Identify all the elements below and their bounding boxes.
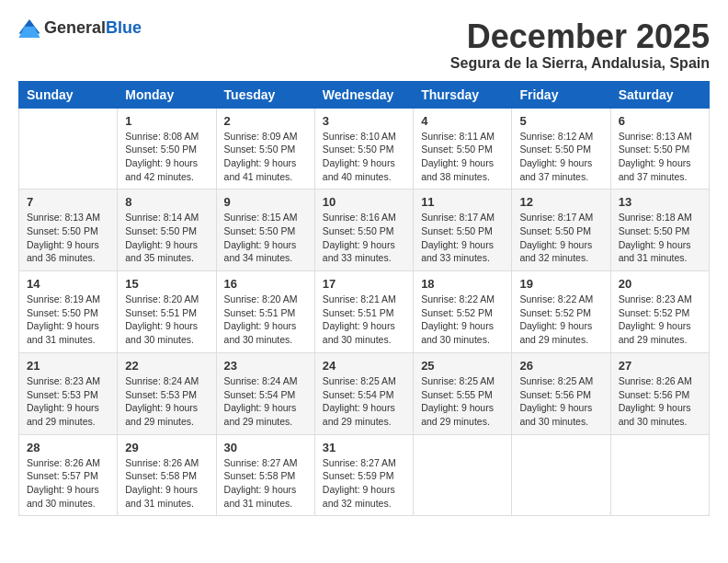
day-info: Sunrise: 8:23 AM Sunset: 5:52 PM Dayligh… — [619, 293, 701, 347]
calendar-cell: 20Sunrise: 8:23 AM Sunset: 5:52 PM Dayli… — [610, 271, 709, 353]
calendar-cell: 9Sunrise: 8:15 AM Sunset: 5:50 PM Daylig… — [216, 190, 314, 271]
day-info: Sunrise: 8:26 AM Sunset: 5:57 PM Dayligh… — [27, 456, 109, 511]
day-info: Sunrise: 8:17 AM Sunset: 5:50 PM Dayligh… — [421, 211, 504, 265]
calendar-cell: 22Sunrise: 8:24 AM Sunset: 5:53 PM Dayli… — [118, 352, 216, 434]
day-info: Sunrise: 8:08 AM Sunset: 5:50 PM Dayligh… — [125, 130, 208, 184]
day-number: 20 — [619, 277, 701, 291]
day-number: 17 — [323, 277, 405, 291]
day-number: 31 — [323, 441, 405, 454]
calendar-cell: 28Sunrise: 8:26 AM Sunset: 5:57 PM Dayli… — [19, 434, 118, 516]
day-number: 27 — [619, 359, 701, 373]
column-header-sunday: Sunday — [19, 81, 118, 108]
calendar-cell: 14Sunrise: 8:19 AM Sunset: 5:50 PM Dayli… — [19, 271, 118, 353]
day-number: 14 — [27, 277, 109, 291]
location-title: Segura de la Sierra, Andalusia, Spain — [450, 55, 710, 72]
day-info: Sunrise: 8:17 AM Sunset: 5:50 PM Dayligh… — [519, 211, 602, 265]
day-info: Sunrise: 8:21 AM Sunset: 5:51 PM Dayligh… — [323, 293, 405, 347]
day-info: Sunrise: 8:14 AM Sunset: 5:50 PM Dayligh… — [125, 211, 208, 265]
svg-marker-1 — [18, 26, 40, 37]
calendar-cell: 3Sunrise: 8:10 AM Sunset: 5:50 PM Daylig… — [314, 108, 413, 190]
day-number: 9 — [224, 195, 307, 209]
day-info: Sunrise: 8:16 AM Sunset: 5:50 PM Dayligh… — [323, 211, 405, 265]
calendar-cell: 10Sunrise: 8:16 AM Sunset: 5:50 PM Dayli… — [314, 190, 413, 271]
column-header-thursday: Thursday — [414, 81, 512, 108]
day-info: Sunrise: 8:26 AM Sunset: 5:56 PM Dayligh… — [619, 374, 701, 429]
calendar-cell: 12Sunrise: 8:17 AM Sunset: 5:50 PM Dayli… — [512, 190, 610, 271]
calendar-cell: 31Sunrise: 8:27 AM Sunset: 5:59 PM Dayli… — [314, 434, 413, 516]
month-title: December 2025 — [450, 18, 710, 55]
day-number: 15 — [125, 277, 208, 291]
calendar-cell: 16Sunrise: 8:20 AM Sunset: 5:51 PM Dayli… — [216, 271, 314, 353]
calendar-header-row: SundayMondayTuesdayWednesdayThursdayFrid… — [19, 81, 710, 108]
day-number: 26 — [519, 359, 602, 373]
column-header-wednesday: Wednesday — [314, 81, 413, 108]
day-info: Sunrise: 8:27 AM Sunset: 5:59 PM Dayligh… — [323, 456, 405, 511]
calendar-cell: 17Sunrise: 8:21 AM Sunset: 5:51 PM Dayli… — [314, 271, 413, 353]
calendar-cell: 26Sunrise: 8:25 AM Sunset: 5:56 PM Dayli… — [512, 352, 610, 434]
title-area: December 2025 Segura de la Sierra, Andal… — [450, 18, 710, 72]
day-number: 5 — [519, 114, 602, 128]
calendar-cell — [19, 108, 118, 190]
day-number: 10 — [323, 195, 405, 209]
day-info: Sunrise: 8:25 AM Sunset: 5:55 PM Dayligh… — [421, 374, 504, 429]
day-info: Sunrise: 8:24 AM Sunset: 5:54 PM Dayligh… — [224, 374, 307, 429]
day-number: 4 — [421, 114, 504, 128]
day-number: 28 — [27, 441, 109, 454]
day-number: 13 — [619, 195, 701, 209]
calendar-cell: 1Sunrise: 8:08 AM Sunset: 5:50 PM Daylig… — [118, 108, 216, 190]
day-info: Sunrise: 8:13 AM Sunset: 5:50 PM Dayligh… — [619, 130, 701, 184]
day-number: 8 — [125, 195, 208, 209]
calendar-cell: 4Sunrise: 8:11 AM Sunset: 5:50 PM Daylig… — [414, 108, 512, 190]
day-number: 6 — [619, 114, 701, 128]
calendar-cell: 15Sunrise: 8:20 AM Sunset: 5:51 PM Dayli… — [118, 271, 216, 353]
calendar-cell — [512, 434, 610, 516]
day-number: 21 — [27, 359, 109, 373]
calendar-cell: 7Sunrise: 8:13 AM Sunset: 5:50 PM Daylig… — [19, 190, 118, 271]
day-info: Sunrise: 8:25 AM Sunset: 5:56 PM Dayligh… — [519, 374, 602, 429]
day-info: Sunrise: 8:20 AM Sunset: 5:51 PM Dayligh… — [125, 293, 208, 347]
day-number: 23 — [224, 359, 307, 373]
calendar-cell: 24Sunrise: 8:25 AM Sunset: 5:54 PM Dayli… — [314, 352, 413, 434]
day-number: 29 — [125, 441, 208, 454]
day-info: Sunrise: 8:22 AM Sunset: 5:52 PM Dayligh… — [519, 293, 602, 347]
day-number: 7 — [27, 195, 109, 209]
calendar-cell: 5Sunrise: 8:12 AM Sunset: 5:50 PM Daylig… — [512, 108, 610, 190]
day-number: 18 — [421, 277, 504, 291]
day-number: 16 — [224, 277, 307, 291]
calendar-cell: 11Sunrise: 8:17 AM Sunset: 5:50 PM Dayli… — [414, 190, 512, 271]
day-info: Sunrise: 8:15 AM Sunset: 5:50 PM Dayligh… — [224, 211, 307, 265]
day-number: 25 — [421, 359, 504, 373]
calendar-cell: 21Sunrise: 8:23 AM Sunset: 5:53 PM Dayli… — [19, 352, 118, 434]
day-info: Sunrise: 8:27 AM Sunset: 5:58 PM Dayligh… — [224, 456, 307, 511]
calendar-week-row: 28Sunrise: 8:26 AM Sunset: 5:57 PM Dayli… — [19, 434, 710, 516]
day-number: 30 — [224, 441, 307, 454]
column-header-saturday: Saturday — [610, 81, 709, 108]
day-number: 19 — [519, 277, 602, 291]
day-info: Sunrise: 8:19 AM Sunset: 5:50 PM Dayligh… — [27, 293, 109, 347]
day-info: Sunrise: 8:22 AM Sunset: 5:52 PM Dayligh… — [421, 293, 504, 347]
calendar-cell: 19Sunrise: 8:22 AM Sunset: 5:52 PM Dayli… — [512, 271, 610, 353]
logo-icon — [18, 19, 40, 38]
day-number: 24 — [323, 359, 405, 373]
calendar-cell: 13Sunrise: 8:18 AM Sunset: 5:50 PM Dayli… — [610, 190, 709, 271]
day-info: Sunrise: 8:13 AM Sunset: 5:50 PM Dayligh… — [27, 211, 109, 265]
day-info: Sunrise: 8:23 AM Sunset: 5:53 PM Dayligh… — [27, 374, 109, 429]
day-number: 1 — [125, 114, 208, 128]
logo-text-general: General — [44, 18, 106, 37]
day-number: 22 — [125, 359, 208, 373]
column-header-monday: Monday — [118, 81, 216, 108]
day-number: 11 — [421, 195, 504, 209]
day-info: Sunrise: 8:09 AM Sunset: 5:50 PM Dayligh… — [224, 130, 307, 184]
column-header-tuesday: Tuesday — [216, 81, 314, 108]
page-header: GeneralBlue December 2025 Segura de la S… — [18, 18, 710, 72]
logo-text-blue: Blue — [106, 18, 142, 37]
calendar-cell — [610, 434, 709, 516]
day-info: Sunrise: 8:11 AM Sunset: 5:50 PM Dayligh… — [421, 130, 504, 184]
calendar-table: SundayMondayTuesdayWednesdayThursdayFrid… — [18, 81, 710, 517]
calendar-cell: 8Sunrise: 8:14 AM Sunset: 5:50 PM Daylig… — [118, 190, 216, 271]
day-info: Sunrise: 8:12 AM Sunset: 5:50 PM Dayligh… — [519, 130, 602, 184]
calendar-cell: 2Sunrise: 8:09 AM Sunset: 5:50 PM Daylig… — [216, 108, 314, 190]
calendar-cell: 23Sunrise: 8:24 AM Sunset: 5:54 PM Dayli… — [216, 352, 314, 434]
calendar-cell: 18Sunrise: 8:22 AM Sunset: 5:52 PM Dayli… — [414, 271, 512, 353]
day-number: 2 — [224, 114, 307, 128]
